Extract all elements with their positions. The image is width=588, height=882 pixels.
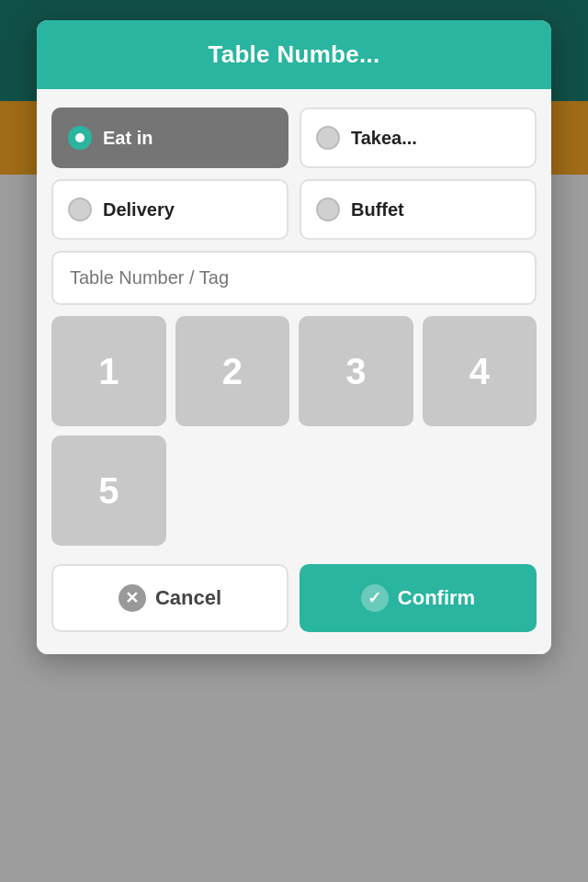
order-type-takeaway[interactable]: Takea... <box>300 107 537 168</box>
order-type-takeaway-label: Takea... <box>351 128 417 149</box>
order-type-row-1: Eat in Takea... <box>51 107 537 168</box>
numpad-key-3[interactable]: 3 <box>299 316 413 426</box>
confirm-button[interactable]: ✓ Confirm <box>300 564 537 632</box>
order-type-buffet[interactable]: Buffet <box>300 179 537 240</box>
cancel-label: Cancel <box>155 586 221 610</box>
radio-delivery <box>68 198 92 221</box>
numpad-key-1[interactable]: 1 <box>51 316 166 426</box>
numpad-key-4[interactable]: 4 <box>423 316 537 426</box>
confirm-checkmark-icon: ✓ <box>361 584 389 612</box>
order-type-delivery-label: Delivery <box>103 199 175 220</box>
order-type-row-2: Delivery Buffet <box>51 179 537 240</box>
modal-title: Table Numbe... <box>55 40 533 69</box>
modal-body: Eat in Takea... Delivery Buffet 1 2 3 <box>37 89 551 654</box>
confirm-label: Confirm <box>398 586 475 610</box>
order-type-buffet-label: Buffet <box>351 199 404 220</box>
numpad-row-2: 5 <box>51 435 537 546</box>
modal-header: Table Numbe... <box>37 20 551 89</box>
table-number-input[interactable] <box>51 251 537 305</box>
numpad-key-2[interactable]: 2 <box>175 316 290 426</box>
action-row: ✕ Cancel ✓ Confirm <box>51 564 537 632</box>
radio-buffet <box>316 198 340 221</box>
cancel-icon: ✕ <box>119 584 146 612</box>
order-type-eat-in[interactable]: Eat in <box>51 107 288 168</box>
radio-takeaway <box>316 126 340 150</box>
radio-dot-eat-in <box>75 133 85 142</box>
cancel-button[interactable]: ✕ Cancel <box>51 564 288 632</box>
modal-dialog: Table Numbe... Eat in Takea... Delivery <box>37 20 551 654</box>
order-type-delivery[interactable]: Delivery <box>51 179 288 240</box>
radio-eat-in <box>68 126 92 150</box>
numpad-row-1: 1 2 3 4 <box>51 316 537 426</box>
numpad-key-5[interactable]: 5 <box>51 435 166 546</box>
order-type-eat-in-label: Eat in <box>103 128 153 149</box>
